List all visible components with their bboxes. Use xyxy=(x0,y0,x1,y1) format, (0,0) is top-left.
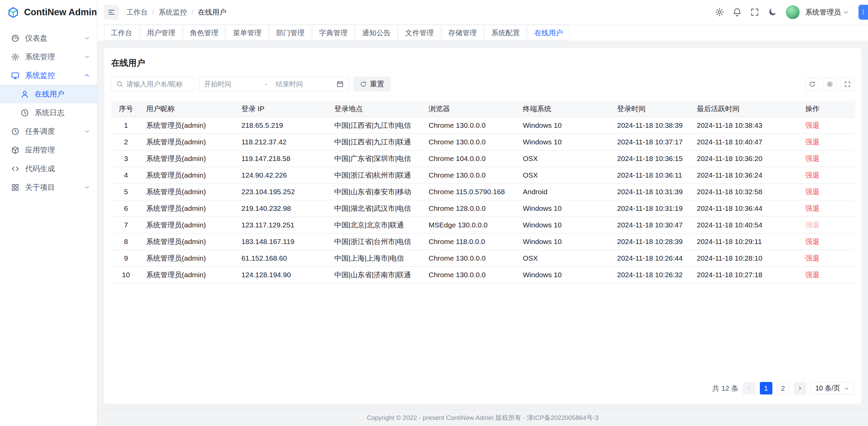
tab-item-2[interactable]: 角色管理 xyxy=(183,25,225,41)
cell-login_time: 2024-11-18 10:36:15 xyxy=(612,150,691,167)
gear-icon xyxy=(11,53,20,61)
fullscreen-button[interactable] xyxy=(747,4,763,20)
notifications-button[interactable] xyxy=(729,4,745,20)
table-row: 1系统管理员(admin)218.65.5.219中国|江西省|九江市|电信Ch… xyxy=(111,117,855,134)
force-logout-link[interactable]: 强退 xyxy=(805,188,820,196)
force-logout-link[interactable]: 强退 xyxy=(805,121,820,129)
date-range-picker[interactable]: 开始时间 - 结束时间 xyxy=(199,77,349,92)
cell-location: 中国|山东省|济南市|联通 xyxy=(329,266,423,283)
tab-item-4[interactable]: 部门管理 xyxy=(269,25,311,41)
chevron-right-icon xyxy=(797,385,803,391)
fullscreen-icon xyxy=(750,7,760,17)
sidebar-item-code-generation[interactable]: 代码生成 xyxy=(0,159,97,178)
pagination-next-button[interactable] xyxy=(794,382,806,394)
cell-action: 强退 xyxy=(800,266,855,283)
chevron-down-icon xyxy=(84,184,90,190)
tab-item-9[interactable]: 系统配置 xyxy=(485,25,527,41)
logo[interactable]: ContiNew Admin xyxy=(0,0,97,25)
refresh-table-button[interactable] xyxy=(806,78,819,91)
pagination-prev-button[interactable] xyxy=(743,382,755,394)
refresh-icon xyxy=(360,81,367,88)
breadcrumb: 工作台 / 系统监控 / 在线用户 xyxy=(126,7,226,17)
cell-no: 7 xyxy=(111,217,141,233)
table-row: 4系统管理员(admin)124.90.42.226中国|浙江省|杭州市|联通C… xyxy=(111,167,855,183)
cell-os: Windows 10 xyxy=(517,233,612,250)
force-logout-link[interactable]: 强退 xyxy=(805,155,820,162)
tab-item-6[interactable]: 通知公告 xyxy=(355,25,397,41)
avatar[interactable] xyxy=(786,5,800,19)
tab-item-8[interactable]: 存储管理 xyxy=(441,25,484,41)
breadcrumb-item-online-users: 在线用户 xyxy=(198,7,226,17)
cell-login_time: 2024-11-18 10:28:39 xyxy=(612,233,691,250)
sidebar-item-system-management[interactable]: 系统管理 xyxy=(0,47,97,66)
user-menu[interactable]: 系统管理员 xyxy=(805,7,849,17)
grid-icon xyxy=(11,183,20,192)
column-header: 终端系统 xyxy=(517,101,612,117)
sidebar-item-label: 在线用户 xyxy=(35,89,90,99)
column-header: 登录 IP xyxy=(236,101,329,117)
logo-text: ContiNew Admin xyxy=(24,7,97,18)
cell-action: 强退 xyxy=(800,200,855,217)
cell-login_time: 2024-11-18 10:26:44 xyxy=(612,250,691,266)
pagination-page-2[interactable]: 2 xyxy=(777,382,789,394)
force-logout-link[interactable]: 强退 xyxy=(805,171,820,179)
sidebar-item-label: 代码生成 xyxy=(25,164,90,174)
sidebar-item-dashboard[interactable]: 仪表盘 xyxy=(0,29,97,47)
cell-location: 中国|浙江省|杭州市|联通 xyxy=(329,167,423,183)
sidebar-item-label: 系统管理 xyxy=(25,52,84,62)
cell-action: 强退 xyxy=(800,117,855,134)
monitor-icon xyxy=(11,71,20,80)
cell-location: 中国|北京|北京市|联通 xyxy=(329,217,423,233)
user-icon xyxy=(20,90,29,99)
pagination-total: 共 12 条 xyxy=(712,384,738,393)
logo-icon xyxy=(7,5,20,20)
cell-ip: 219.140.232.98 xyxy=(236,200,329,217)
cell-no: 8 xyxy=(111,233,141,250)
settings-button[interactable] xyxy=(712,4,727,20)
sidebar-item-about-project[interactable]: 关于项目 xyxy=(0,178,97,197)
breadcrumb-item-workbench[interactable]: 工作台 xyxy=(126,7,148,17)
search-input[interactable] xyxy=(126,80,190,88)
sidebar-item-system-monitor[interactable]: 系统监控 xyxy=(0,66,97,85)
tab-item-3[interactable]: 菜单管理 xyxy=(226,25,268,41)
breadcrumb-item-system-monitor[interactable]: 系统监控 xyxy=(159,7,187,17)
sidebar-item-online-users[interactable]: 在线用户 xyxy=(0,85,97,103)
sidebar-item-system-logs[interactable]: 系统日志 xyxy=(0,103,97,122)
dark-mode-button[interactable] xyxy=(765,4,780,20)
pagination: 共 12 条 12 10 条/页 xyxy=(111,375,854,404)
force-logout-link[interactable]: 强退 xyxy=(805,271,820,279)
cell-location: 中国|广东省|深圳市|电信 xyxy=(329,150,423,167)
tab-item-5[interactable]: 字典管理 xyxy=(312,25,354,41)
tab-item-10[interactable]: 在线用户 xyxy=(528,25,570,41)
date-range-separator: - xyxy=(265,80,267,88)
theme-settings-trigger[interactable] xyxy=(859,5,868,20)
cell-no: 10 xyxy=(111,266,141,283)
force-logout-link[interactable]: 强退 xyxy=(805,254,820,262)
cell-browser: Chrome 104.0.0.0 xyxy=(423,150,517,167)
sidebar-item-app-management[interactable]: 应用管理 xyxy=(0,141,97,159)
cell-last_active: 2024-11-18 10:36:20 xyxy=(691,150,800,167)
sidebar-item-label: 仪表盘 xyxy=(25,33,84,43)
box-icon xyxy=(11,146,20,155)
clock-icon xyxy=(11,127,20,136)
table-body: 1系统管理员(admin)218.65.5.219中国|江西省|九江市|电信Ch… xyxy=(111,117,855,283)
reset-button[interactable]: 重置 xyxy=(353,77,391,92)
force-logout-link[interactable]: 强退 xyxy=(805,204,820,212)
force-logout-link[interactable]: 强退 xyxy=(805,138,820,146)
column-settings-button[interactable] xyxy=(823,78,836,91)
table-row: 5系统管理员(admin)223.104.195.252中国|山东省|泰安市|移… xyxy=(111,183,855,200)
sidebar-item-task-schedule[interactable]: 任务调度 xyxy=(0,122,97,141)
chevron-up-icon xyxy=(84,72,90,79)
force-logout-link[interactable]: 强退 xyxy=(805,238,820,245)
pagination-page-1[interactable]: 1 xyxy=(760,382,772,394)
gear-icon xyxy=(826,81,833,88)
cell-action: 强退 xyxy=(800,134,855,150)
cell-no: 1 xyxy=(111,117,141,134)
sidebar-collapse-button[interactable] xyxy=(104,5,119,20)
breadcrumb-separator: / xyxy=(152,8,154,16)
tab-item-0[interactable]: 工作台 xyxy=(104,25,139,41)
tab-item-7[interactable]: 文件管理 xyxy=(398,25,440,41)
page-size-select[interactable]: 10 条/页 xyxy=(811,382,854,394)
table-fullscreen-button[interactable] xyxy=(841,78,854,91)
tab-item-1[interactable]: 用户管理 xyxy=(140,25,182,41)
